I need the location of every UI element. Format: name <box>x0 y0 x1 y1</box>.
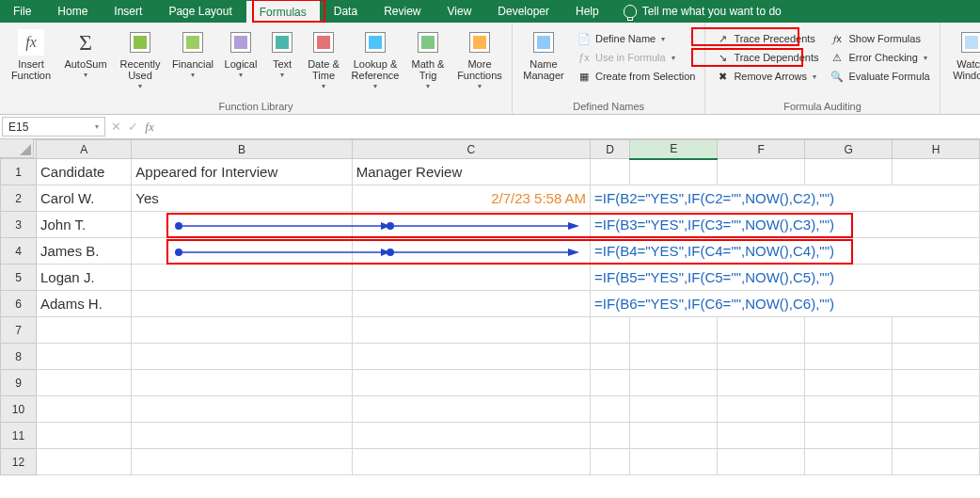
create-from-selection-button[interactable]: ▦ Create from Selection <box>573 68 699 85</box>
col-header-F[interactable]: F <box>718 140 805 159</box>
cell[interactable] <box>352 212 590 238</box>
cell[interactable]: Yes <box>132 185 352 212</box>
row-header[interactable]: 11 <box>1 423 37 449</box>
cell[interactable]: John T. <box>37 212 132 238</box>
define-name-button[interactable]: 📄 Define Name▾ <box>573 30 699 47</box>
row-header[interactable]: 9 <box>1 370 37 396</box>
cell[interactable]: James B. <box>37 238 132 265</box>
trace-dependents-icon: ↘ <box>715 50 730 65</box>
row-header[interactable]: 3 <box>1 212 37 238</box>
show-formulas-button[interactable]: 𝑓x Show Formulas <box>826 30 933 47</box>
cell[interactable]: Manager Review <box>352 159 590 185</box>
tab-file[interactable]: File <box>0 0 44 23</box>
row-header[interactable]: 8 <box>1 344 37 370</box>
cell[interactable] <box>132 238 352 265</box>
evaluate-formula-button[interactable]: 🔍 Evaluate Formula <box>826 68 933 85</box>
cell[interactable]: Logan J. <box>37 265 132 291</box>
tab-view[interactable]: View <box>435 0 485 23</box>
cell[interactable] <box>805 159 893 185</box>
lookup-reference-button[interactable]: Lookup & Reference ▾ <box>348 26 403 92</box>
chevron-down-icon: ▾ <box>924 54 927 62</box>
insert-function-button[interactable]: fx Insert Function <box>6 26 56 83</box>
logical-button[interactable]: Logical ▾ <box>220 26 261 81</box>
cell[interactable]: Adams H. <box>37 291 132 317</box>
chevron-down-icon: ▾ <box>84 71 87 79</box>
tab-page-layout[interactable]: Page Layout <box>155 0 245 23</box>
cell[interactable] <box>132 291 352 317</box>
col-header-G[interactable]: G <box>805 140 893 159</box>
financial-button[interactable]: Financial ▾ <box>169 26 216 81</box>
cell[interactable] <box>630 159 718 185</box>
autosum-button[interactable]: Σ AutoSum ▾ <box>60 26 111 81</box>
cell[interactable]: Carol W. <box>37 185 132 212</box>
trace-dependents-button[interactable]: ↘ Trace Dependents <box>711 49 822 66</box>
formula-input[interactable] <box>158 115 980 138</box>
chevron-down-icon: ▾ <box>239 71 243 79</box>
chevron-down-icon: ▾ <box>478 82 482 90</box>
tab-developer[interactable]: Developer <box>484 0 562 23</box>
ribbon: fx Insert Function Σ AutoSum ▾ Recently … <box>0 23 980 115</box>
col-header-B[interactable]: B <box>132 140 352 159</box>
remove-arrows-button[interactable]: ✖ Remove Arrows▾ <box>711 68 822 85</box>
cell[interactable]: Appeared for Interview <box>132 159 352 185</box>
col-header-H[interactable]: H <box>893 140 980 159</box>
cell[interactable] <box>352 265 590 291</box>
logical-icon <box>230 32 251 53</box>
error-checking-icon: ⚠ <box>830 50 845 65</box>
cell[interactable] <box>591 159 630 185</box>
tab-help[interactable]: Help <box>562 0 612 23</box>
cell[interactable]: =IF(B5="YES",IF(C5="",NOW(),C5),"") <box>591 265 980 291</box>
tell-me-search[interactable]: Tell me what you want to do <box>612 0 793 23</box>
enter-formula-button[interactable]: ✓ <box>124 115 141 138</box>
show-formulas-icon: 𝑓x <box>830 31 845 46</box>
cell[interactable] <box>352 238 590 265</box>
use-in-formula-button[interactable]: ƒx Use in Formula▾ <box>573 49 699 66</box>
tab-home[interactable]: Home <box>44 0 101 23</box>
row-header[interactable]: 10 <box>1 396 37 423</box>
cancel-formula-button[interactable]: ✕ <box>107 115 124 138</box>
create-selection-icon: ▦ <box>577 69 592 84</box>
lightbulb-icon <box>624 5 637 18</box>
cell[interactable]: =IF(B2="YES",IF(C2="",NOW(),C2),"") <box>591 185 980 212</box>
cell[interactable] <box>893 159 980 185</box>
cell[interactable]: =IF(B6="YES",IF(C6="",NOW(),C6),"") <box>591 291 980 317</box>
select-all-button[interactable] <box>0 139 34 158</box>
date-time-button[interactable]: Date & Time ▾ <box>303 26 344 92</box>
col-header-D[interactable]: D <box>591 140 630 159</box>
watch-window-icon <box>961 32 980 53</box>
cell[interactable] <box>352 291 590 317</box>
col-header-C[interactable]: C <box>352 140 590 159</box>
cell[interactable] <box>132 212 352 238</box>
tab-formulas[interactable]: Formulas <box>245 0 321 23</box>
name-manager-button[interactable]: Name Manager <box>518 26 569 83</box>
cell[interactable]: =IF(B4="YES",IF(C4="",NOW(),C4),"") <box>591 238 980 265</box>
tab-review[interactable]: Review <box>371 0 434 23</box>
tab-insert[interactable]: Insert <box>101 0 155 23</box>
trace-precedents-button[interactable]: ↗ Trace Precedents <box>711 30 822 47</box>
more-functions-button[interactable]: More Functions ▾ <box>453 26 506 92</box>
cell[interactable]: =IF(B3="YES",IF(C3="",NOW(),C3),"") <box>591 212 980 238</box>
cell[interactable] <box>132 265 352 291</box>
row-header[interactable]: 5 <box>1 265 37 291</box>
col-header-A[interactable]: A <box>37 140 132 159</box>
fx-button[interactable]: fx <box>141 115 158 138</box>
cell[interactable]: Candidate <box>37 159 132 185</box>
row-header[interactable]: 1 <box>1 159 37 185</box>
row-header[interactable]: 4 <box>1 238 37 265</box>
math-trig-button[interactable]: Math & Trig ▾ <box>406 26 450 92</box>
tab-data[interactable]: Data <box>321 0 371 23</box>
recently-used-button[interactable]: Recently Used ▾ <box>115 26 166 92</box>
text-button[interactable]: Text ▾ <box>265 26 299 81</box>
cell[interactable] <box>718 159 805 185</box>
row-header[interactable]: 7 <box>1 317 37 344</box>
define-name-icon: 📄 <box>577 31 592 46</box>
cell[interactable]: 2/7/23 5:58 AM <box>352 185 590 212</box>
error-checking-button[interactable]: ⚠ Error Checking▾ <box>826 49 933 66</box>
row-header[interactable]: 2 <box>1 185 37 212</box>
col-header-E[interactable]: E <box>630 140 718 159</box>
name-box[interactable]: E15 ▾ <box>2 117 105 137</box>
chevron-down-icon: ▾ <box>672 54 675 62</box>
row-header[interactable]: 12 <box>1 449 37 475</box>
watch-window-button[interactable]: Watch Window <box>946 26 980 83</box>
row-header[interactable]: 6 <box>1 291 37 317</box>
